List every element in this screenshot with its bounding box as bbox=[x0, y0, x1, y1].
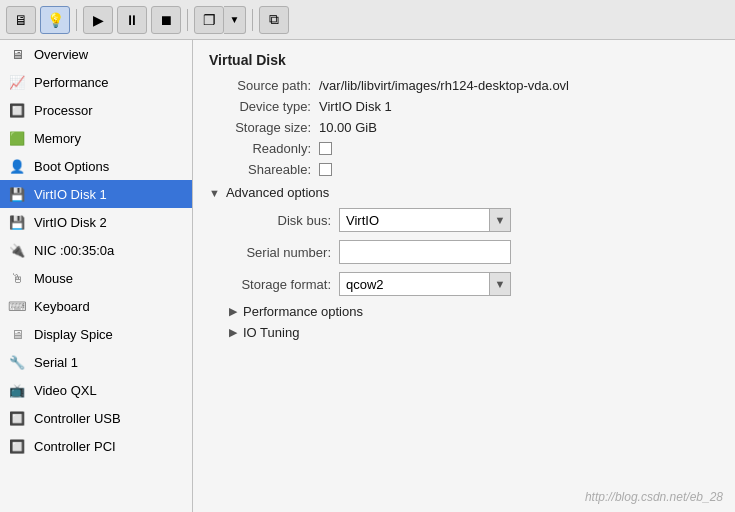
disk-bus-label: Disk bus: bbox=[229, 213, 339, 228]
sidebar-item-performance-label: Performance bbox=[34, 75, 108, 90]
sidebar-item-controller-pci[interactable]: 🔲 Controller PCI bbox=[0, 432, 192, 460]
sidebar-item-processor[interactable]: 🔲 Processor bbox=[0, 96, 192, 124]
advanced-options-arrow-icon: ▼ bbox=[209, 187, 220, 199]
readonly-row: Readonly: bbox=[209, 141, 719, 156]
readonly-checkbox[interactable] bbox=[319, 142, 332, 155]
keyboard-icon: ⌨ bbox=[8, 297, 26, 315]
disk-bus-select-value[interactable]: VirtIO bbox=[339, 208, 489, 232]
overview-icon: 🖥 bbox=[8, 45, 26, 63]
display-spice-icon: 🖥 bbox=[8, 325, 26, 343]
performance-options-label: Performance options bbox=[243, 304, 363, 319]
sidebar-item-keyboard[interactable]: ⌨ Keyboard bbox=[0, 292, 192, 320]
sidebar-item-processor-label: Processor bbox=[34, 103, 93, 118]
device-type-label: Device type: bbox=[209, 99, 319, 114]
main-layout: 🖥 Overview 📈 Performance 🔲 Processor 🟩 M… bbox=[0, 40, 735, 512]
storage-size-value: 10.00 GiB bbox=[319, 120, 377, 135]
virtio-disk-2-icon: 💾 bbox=[8, 213, 26, 231]
screen-button[interactable]: 🖥 bbox=[6, 6, 36, 34]
sidebar-item-controller-usb-label: Controller USB bbox=[34, 411, 121, 426]
clone-button[interactable]: ⧉ bbox=[259, 6, 289, 34]
sidebar-item-controller-pci-label: Controller PCI bbox=[34, 439, 116, 454]
source-path-label: Source path: bbox=[209, 78, 319, 93]
advanced-options-label: Advanced options bbox=[226, 185, 329, 200]
sidebar-item-nic[interactable]: 🔌 NIC :00:35:0a bbox=[0, 236, 192, 264]
toolbar: 🖥 💡 ▶ ⏸ ⏹ ❐ ▼ ⧉ bbox=[0, 0, 735, 40]
sidebar-item-controller-usb[interactable]: 🔲 Controller USB bbox=[0, 404, 192, 432]
memory-icon: 🟩 bbox=[8, 129, 26, 147]
io-tuning-arrow-icon: ▶ bbox=[229, 326, 237, 339]
nic-icon: 🔌 bbox=[8, 241, 26, 259]
source-path-row: Source path: /var/lib/libvirt/images/rh1… bbox=[209, 78, 719, 93]
performance-options-expander[interactable]: ▶ Performance options bbox=[229, 304, 719, 319]
sidebar: 🖥 Overview 📈 Performance 🔲 Processor 🟩 M… bbox=[0, 40, 193, 512]
serial-number-label: Serial number: bbox=[229, 245, 339, 260]
disk-bus-row: Disk bus: VirtIO ▼ bbox=[229, 208, 719, 232]
performance-options-arrow-icon: ▶ bbox=[229, 305, 237, 318]
sidebar-item-display-spice-label: Display Spice bbox=[34, 327, 113, 342]
storage-format-select-wrap: qcow2 ▼ bbox=[339, 272, 511, 296]
page-title: Virtual Disk bbox=[209, 52, 719, 68]
performance-icon: 📈 bbox=[8, 73, 26, 91]
io-tuning-expander[interactable]: ▶ IO Tuning bbox=[229, 325, 719, 340]
video-qxl-icon: 📺 bbox=[8, 381, 26, 399]
pause-button[interactable]: ⏸ bbox=[117, 6, 147, 34]
sidebar-item-mouse-label: Mouse bbox=[34, 271, 73, 286]
readonly-label: Readonly: bbox=[209, 141, 319, 156]
stop-button[interactable]: ⏹ bbox=[151, 6, 181, 34]
sidebar-item-memory-label: Memory bbox=[34, 131, 81, 146]
sidebar-item-keyboard-label: Keyboard bbox=[34, 299, 90, 314]
lightbulb-button[interactable]: 💡 bbox=[40, 6, 70, 34]
sidebar-item-serial-1[interactable]: 🔧 Serial 1 bbox=[0, 348, 192, 376]
sidebar-item-virtio-disk-2[interactable]: 💾 VirtIO Disk 2 bbox=[0, 208, 192, 236]
io-tuning-label: IO Tuning bbox=[243, 325, 299, 340]
storage-format-row: Storage format: qcow2 ▼ bbox=[229, 272, 719, 296]
shareable-row: Shareable: bbox=[209, 162, 719, 177]
serial-number-input[interactable] bbox=[339, 240, 511, 264]
advanced-options-expander[interactable]: ▼ Advanced options bbox=[209, 185, 719, 200]
sidebar-item-boot-options[interactable]: 👤 Boot Options bbox=[0, 152, 192, 180]
sidebar-item-boot-options-label: Boot Options bbox=[34, 159, 109, 174]
sidebar-item-virtio-disk-1[interactable]: 💾 VirtIO Disk 1 bbox=[0, 180, 192, 208]
sidebar-item-nic-label: NIC :00:35:0a bbox=[34, 243, 114, 258]
dropdown-arrow-button[interactable]: ▼ bbox=[224, 6, 246, 34]
source-path-value: /var/lib/libvirt/images/rh124-desktop-vd… bbox=[319, 78, 569, 93]
storage-size-label: Storage size: bbox=[209, 120, 319, 135]
controller-pci-icon: 🔲 bbox=[8, 437, 26, 455]
dropdown-main-button[interactable]: ❐ bbox=[194, 6, 224, 34]
watermark: http://blog.csdn.net/eb_28 bbox=[585, 490, 723, 504]
controller-usb-icon: 🔲 bbox=[8, 409, 26, 427]
disk-bus-dropdown-button[interactable]: ▼ bbox=[489, 208, 511, 232]
virtio-disk-1-icon: 💾 bbox=[8, 185, 26, 203]
disk-bus-select-wrap: VirtIO ▼ bbox=[339, 208, 511, 232]
storage-format-label: Storage format: bbox=[229, 277, 339, 292]
processor-icon: 🔲 bbox=[8, 101, 26, 119]
device-type-row: Device type: VirtIO Disk 1 bbox=[209, 99, 719, 114]
play-button[interactable]: ▶ bbox=[83, 6, 113, 34]
storage-format-select-value[interactable]: qcow2 bbox=[339, 272, 489, 296]
sidebar-item-overview-label: Overview bbox=[34, 47, 88, 62]
sidebar-item-display-spice[interactable]: 🖥 Display Spice bbox=[0, 320, 192, 348]
storage-size-row: Storage size: 10.00 GiB bbox=[209, 120, 719, 135]
sidebar-item-performance[interactable]: 📈 Performance bbox=[0, 68, 192, 96]
sidebar-item-video-qxl-label: Video QXL bbox=[34, 383, 97, 398]
content-area: Virtual Disk Source path: /var/lib/libvi… bbox=[193, 40, 735, 512]
serial-1-icon: 🔧 bbox=[8, 353, 26, 371]
toolbar-separator-1 bbox=[76, 9, 77, 31]
sidebar-item-serial-1-label: Serial 1 bbox=[34, 355, 78, 370]
shareable-checkbox[interactable] bbox=[319, 163, 332, 176]
sidebar-item-memory[interactable]: 🟩 Memory bbox=[0, 124, 192, 152]
boot-options-icon: 👤 bbox=[8, 157, 26, 175]
sidebar-item-video-qxl[interactable]: 📺 Video QXL bbox=[0, 376, 192, 404]
sidebar-item-virtio-disk-1-label: VirtIO Disk 1 bbox=[34, 187, 107, 202]
serial-number-row: Serial number: bbox=[229, 240, 719, 264]
device-type-value: VirtIO Disk 1 bbox=[319, 99, 392, 114]
sidebar-item-overview[interactable]: 🖥 Overview bbox=[0, 40, 192, 68]
storage-format-dropdown-button[interactable]: ▼ bbox=[489, 272, 511, 296]
toolbar-separator-3 bbox=[252, 9, 253, 31]
sidebar-item-mouse[interactable]: 🖱 Mouse bbox=[0, 264, 192, 292]
toolbar-separator-2 bbox=[187, 9, 188, 31]
shareable-label: Shareable: bbox=[209, 162, 319, 177]
sidebar-item-virtio-disk-2-label: VirtIO Disk 2 bbox=[34, 215, 107, 230]
mouse-icon: 🖱 bbox=[8, 269, 26, 287]
